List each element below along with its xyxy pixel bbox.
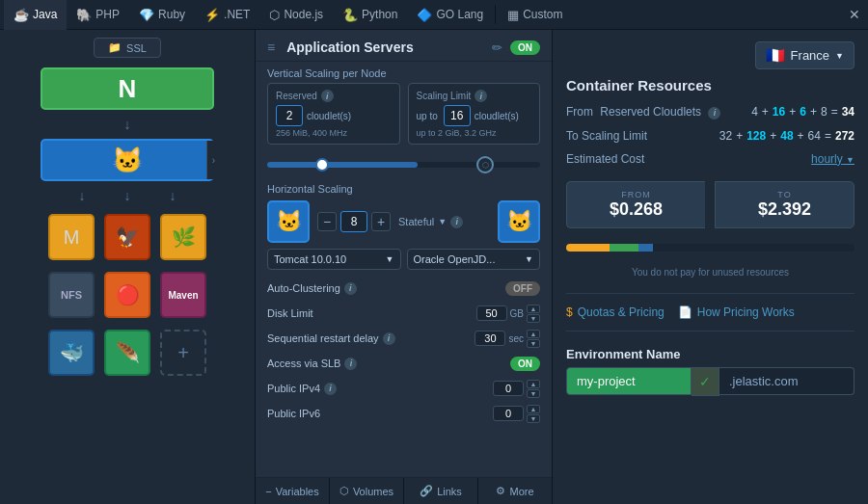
ipv6-stepper: ▲ ▼ (527, 405, 540, 423)
ipv4-up-button[interactable]: ▲ (527, 380, 540, 388)
unused-resources-label: You do not pay for unused resources (566, 267, 854, 278)
maven-icon: Maven (168, 290, 198, 301)
restart-down-button[interactable]: ▼ (527, 339, 540, 348)
ubuntu-node[interactable]: 🔴 (104, 272, 150, 318)
more-icon: ⚙ (496, 485, 505, 497)
restart-delay-info-icon[interactable]: i (383, 332, 395, 345)
db2-node[interactable]: 🦅 (104, 214, 150, 260)
pricing-link[interactable]: 📄 How Pricing Works (678, 305, 795, 319)
ipv6-up-button[interactable]: ▲ (527, 405, 540, 413)
horizontal-section: Horizontal Scaling 🐱 − 8 + Stateful ▼ i … (256, 179, 552, 249)
scaling-limit-value[interactable]: 16 (444, 105, 471, 126)
power-toggle[interactable]: ON (510, 40, 540, 55)
to-n4: 64 (808, 129, 821, 143)
auto-clustering-info-icon[interactable]: i (344, 282, 357, 295)
tomcat-version-select[interactable]: Tomcat 10.0.10 ▼ (267, 249, 401, 270)
maven-node[interactable]: Maven (160, 272, 206, 318)
chevron-down-icon: ▼ (438, 217, 447, 226)
tab-java[interactable]: ☕ Java (4, 0, 67, 30)
arrow-down-4: ↓ (170, 188, 176, 203)
to-label: To Scaling Limit (566, 129, 647, 143)
restart-up-button[interactable]: ▲ (527, 330, 540, 338)
ipv6-down-button[interactable]: ▼ (527, 414, 540, 423)
ipv4-down-button[interactable]: ▼ (527, 389, 540, 398)
horizontal-row: 🐱 − 8 + Stateful ▼ i 🐱 (267, 200, 540, 243)
tomcat-chevron-icon: ▼ (386, 254, 394, 264)
cost-bar-segment-3 (638, 244, 653, 252)
variables-tab[interactable]: − Variables (256, 478, 330, 504)
close-button[interactable]: ✕ (845, 5, 864, 24)
volumes-tab[interactable]: ⬡ Volumes (330, 478, 404, 504)
arrow-down-1: ↓ (124, 117, 131, 132)
env-name-input[interactable] (566, 367, 692, 395)
ipv4-info-icon[interactable]: i (324, 383, 337, 395)
stateful-info-icon[interactable]: i (450, 216, 463, 228)
reserved-info-icon[interactable]: i (321, 90, 334, 102)
price-row: FROM $0.268 TO $2.392 (566, 181, 854, 228)
docker-node[interactable]: 🐳 (48, 330, 95, 376)
disk-down-button[interactable]: ▼ (527, 314, 540, 323)
db3-node[interactable]: 🌿 (160, 214, 206, 260)
quotas-link[interactable]: $ Quotas & Pricing (566, 305, 665, 319)
links-tab[interactable]: 🔗 Links (404, 478, 478, 504)
slb-toggle[interactable]: ON (510, 357, 540, 371)
scaling-cloudlet-label: cloudlet(s) (475, 111, 519, 121)
slider-thumb-limit[interactable]: ⬡ (476, 156, 494, 173)
stateful-label: Stateful (398, 216, 434, 227)
nfs-node[interactable]: NFS (48, 272, 95, 318)
country-label: France (791, 48, 829, 63)
tab-ruby[interactable]: 💎 Ruby (129, 0, 195, 30)
tomcat-horiz-icon2: 🐱 (506, 209, 532, 234)
country-select[interactable]: 🇫🇷 France ▼ (755, 41, 854, 69)
stateful-dropdown[interactable]: Stateful ▼ i (398, 216, 463, 228)
setting-ipv6: Public IPv6 0 ▲ ▼ (267, 403, 540, 424)
ssl-badge[interactable]: 📁 SSL (94, 38, 161, 58)
increment-button[interactable]: + (371, 212, 391, 231)
tomcat-node[interactable]: 🐱 › (41, 139, 214, 181)
tab-nodejs[interactable]: ⬡ Node.js (259, 0, 333, 30)
from-price-value: $0.268 (610, 199, 663, 220)
feather-node[interactable]: 🪶 (104, 330, 150, 376)
auto-clustering-toggle[interactable]: OFF (505, 281, 540, 296)
restart-delay-value[interactable]: 30 (475, 331, 505, 346)
horiz-count[interactable]: 8 (340, 211, 367, 232)
mid-panel-title: Application Servers (286, 40, 484, 55)
env-section: Environment Name ✓ .jelastic.com (566, 347, 854, 396)
tab-net-label: .NET (224, 8, 250, 21)
tab-net[interactable]: ⚡ .NET (195, 0, 259, 30)
db1-node[interactable]: M (48, 214, 95, 260)
ipv6-value[interactable]: 0 (493, 406, 524, 421)
env-check-icon: ✓ (692, 367, 719, 396)
more-tab[interactable]: ⚙ More (478, 478, 552, 504)
jdk-version-select[interactable]: Oracle OpenJD... ▼ (407, 249, 541, 270)
disk-limit-input: 50 GB ▲ ▼ (476, 305, 540, 323)
setting-disk-limit: Disk Limit 50 GB ▲ ▼ (267, 303, 540, 324)
scaling-slider[interactable]: ⬡ (256, 150, 552, 179)
tab-custom[interactable]: ▦ Custom (498, 0, 572, 30)
edit-icon[interactable]: ✏ (492, 40, 502, 55)
nginx-node[interactable]: N (41, 67, 214, 110)
add-node-button[interactable]: + (160, 330, 206, 376)
java-icon: ☕ (14, 8, 29, 22)
scaling-sub: up to 2 GiB, 3.2 GHz (417, 126, 532, 138)
decrement-button[interactable]: − (317, 212, 337, 231)
thumb-icon: ⬡ (482, 161, 489, 170)
php-icon: 🐘 (76, 8, 92, 22)
tab-golang[interactable]: 🔷 GO Lang (407, 0, 493, 30)
restart-delay-input: 30 sec ▲ ▼ (475, 330, 540, 348)
cloudlets-info-icon[interactable]: i (708, 107, 720, 119)
slb-info-icon[interactable]: i (344, 358, 357, 370)
tab-php[interactable]: 🐘 PHP (67, 0, 129, 30)
ipv4-label: Public IPv4 i (267, 383, 337, 395)
slider-thumb-reserved[interactable] (315, 158, 329, 172)
ipv4-value[interactable]: 0 (493, 381, 524, 396)
hourly-link[interactable]: hourly ▼ (811, 152, 854, 166)
disk-limit-value[interactable]: 50 (476, 305, 507, 321)
disk-up-button[interactable]: ▲ (527, 305, 540, 313)
reserved-value[interactable]: 2 (276, 105, 303, 126)
tab-python[interactable]: 🐍 Python (333, 0, 407, 30)
from-label: From Reserved Cloudlets i (566, 105, 720, 119)
scaling-limit-info-icon[interactable]: i (475, 90, 487, 102)
disk-limit-unit: GB (510, 308, 524, 319)
estimated-cost-row: Estimated Cost hourly ▼ (566, 152, 854, 166)
